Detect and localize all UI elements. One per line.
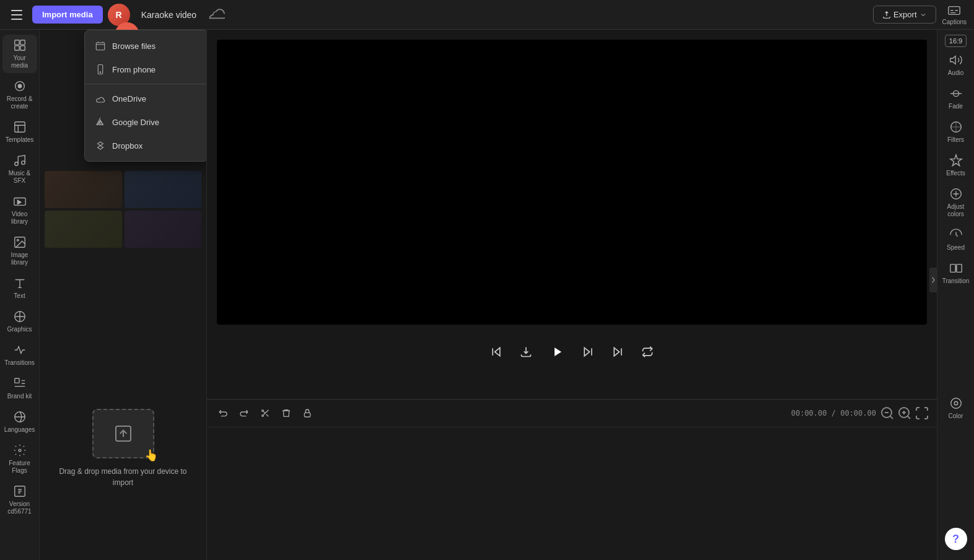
fade-icon bbox=[949, 87, 963, 100]
right-panel-color[interactable]: Color bbox=[939, 393, 973, 424]
audio-icon bbox=[949, 53, 963, 67]
panel-collapse-button[interactable] bbox=[206, 282, 207, 307]
undo-button[interactable] bbox=[214, 405, 232, 422]
center-area: 00:00.00 / 00:00.00 bbox=[207, 30, 937, 560]
menu-icon[interactable] bbox=[7, 5, 27, 25]
dropbox-label: Dropbox bbox=[112, 141, 143, 151]
svg-rect-8 bbox=[14, 122, 25, 133]
record-icon bbox=[13, 79, 27, 93]
drop-area: 👆 bbox=[92, 409, 154, 458]
cloud-icon[interactable] bbox=[208, 6, 225, 24]
sidebar-item-record-create[interactable]: Record & create bbox=[2, 76, 37, 114]
cut-button[interactable] bbox=[257, 405, 274, 422]
skip-back-button[interactable] bbox=[486, 342, 506, 362]
lock-button[interactable] bbox=[299, 405, 316, 422]
export-icon bbox=[882, 11, 891, 19]
onedrive-item[interactable]: OneDrive bbox=[85, 87, 207, 110]
zoom-in-button[interactable] bbox=[897, 406, 912, 421]
timeline: 00:00.00 / 00:00.00 bbox=[207, 399, 937, 560]
sidebar-item-your-media[interactable]: Your media bbox=[2, 35, 37, 73]
captions-label: Captions bbox=[942, 19, 967, 25]
drop-zone[interactable]: 👆 Drag & drop media from your device to … bbox=[40, 399, 206, 498]
transition-label: Transition bbox=[942, 278, 970, 285]
dropbox-item[interactable]: Dropbox bbox=[85, 134, 207, 157]
browse-files-icon bbox=[95, 40, 106, 51]
main-content: Your media Record & create Templates Mus… bbox=[0, 30, 974, 560]
text-label: Text bbox=[14, 292, 25, 300]
right-panel-speed[interactable]: Speed bbox=[939, 224, 973, 255]
karaoke-tab[interactable]: Karaoke video bbox=[135, 6, 203, 24]
right-panel-audio[interactable]: Audio bbox=[939, 50, 973, 81]
left-sidebar: Your media Record & create Templates Mus… bbox=[0, 30, 40, 560]
svg-rect-5 bbox=[20, 46, 24, 50]
timeline-zoom bbox=[880, 406, 929, 421]
sidebar-item-music-sfx[interactable]: Music & SFX bbox=[2, 150, 37, 188]
svg-point-7 bbox=[18, 84, 22, 88]
google-drive-item[interactable]: Google Drive bbox=[85, 110, 207, 134]
zoom-out-button[interactable] bbox=[880, 406, 895, 421]
audio-label: Audio bbox=[948, 69, 964, 77]
templates-icon bbox=[13, 120, 27, 134]
export-label: Export bbox=[893, 10, 917, 19]
avatar[interactable]: R bbox=[108, 4, 130, 26]
templates-label: Templates bbox=[6, 136, 34, 144]
fade-label: Fade bbox=[949, 103, 963, 110]
redo-button[interactable] bbox=[235, 405, 253, 422]
sidebar-item-transitions[interactable]: Transitions bbox=[2, 339, 37, 370]
svg-rect-19 bbox=[96, 43, 105, 50]
import-media-button[interactable]: Import media bbox=[32, 6, 103, 24]
play-button[interactable] bbox=[546, 341, 568, 363]
your-media-icon bbox=[13, 38, 27, 52]
right-panel-filters[interactable]: Filters bbox=[939, 116, 973, 147]
sidebar-item-version[interactable]: Version cd56771 bbox=[2, 481, 37, 519]
feature-flags-icon bbox=[13, 444, 27, 457]
brand-kit-icon bbox=[13, 377, 27, 390]
browse-files-label: Browse files bbox=[112, 42, 156, 51]
record-create-label: Record & create bbox=[5, 95, 35, 110]
sidebar-item-image-library[interactable]: Image library bbox=[2, 232, 37, 270]
svg-point-13 bbox=[17, 239, 19, 241]
music-sfx-label: Music & SFX bbox=[5, 170, 35, 185]
right-panel-effects[interactable]: Effects bbox=[939, 150, 973, 181]
sidebar-item-text[interactable]: Text bbox=[2, 273, 37, 304]
sidebar-item-templates[interactable]: Templates bbox=[2, 116, 37, 147]
thumbnail bbox=[45, 211, 122, 248]
drop-area-icon bbox=[113, 424, 133, 444]
sidebar-item-feature-flags[interactable]: Feature Flags bbox=[2, 440, 37, 478]
aspect-ratio-badge[interactable]: 16:9 bbox=[945, 35, 967, 47]
sidebar-item-video-library[interactable]: Video library bbox=[2, 191, 37, 229]
fit-button[interactable] bbox=[915, 406, 929, 421]
image-library-icon bbox=[13, 235, 27, 249]
captions-icon bbox=[947, 4, 961, 17]
delete-button[interactable] bbox=[278, 405, 295, 422]
right-panel-collapse-button[interactable] bbox=[929, 268, 937, 292]
right-panel-fade[interactable]: Fade bbox=[939, 83, 973, 114]
speed-icon bbox=[949, 228, 963, 242]
download-button[interactable] bbox=[516, 342, 536, 362]
loop-button[interactable] bbox=[638, 342, 657, 362]
right-panel-adjust-colors[interactable]: Adjust colors bbox=[939, 183, 973, 222]
cut-icon bbox=[260, 408, 270, 418]
forward-button[interactable] bbox=[578, 342, 598, 362]
zoom-in-icon bbox=[897, 406, 912, 421]
video-preview bbox=[217, 40, 927, 325]
fit-icon bbox=[915, 406, 929, 421]
right-panel-transition[interactable]: Transition bbox=[939, 258, 973, 289]
export-button[interactable]: Export bbox=[873, 6, 936, 24]
brand-kit-label: Brand kit bbox=[7, 393, 32, 400]
play-icon bbox=[550, 344, 564, 359]
browse-files-item[interactable]: Browse files bbox=[85, 34, 207, 58]
svg-rect-25 bbox=[304, 413, 310, 417]
svg-point-21 bbox=[100, 72, 101, 73]
skip-end-button[interactable] bbox=[608, 342, 628, 362]
svg-rect-32 bbox=[950, 265, 955, 273]
captions-button[interactable]: Captions bbox=[942, 4, 967, 25]
help-button[interactable]: ? bbox=[945, 528, 967, 550]
sidebar-item-brand-kit[interactable]: Brand kit bbox=[2, 373, 37, 404]
right-collapse-icon bbox=[931, 276, 936, 284]
sidebar-item-languages[interactable]: Languages bbox=[2, 406, 37, 437]
sidebar-item-graphics[interactable]: Graphics bbox=[2, 306, 37, 337]
svg-point-23 bbox=[262, 410, 264, 412]
skip-end-icon bbox=[612, 346, 624, 358]
from-phone-item[interactable]: From phone bbox=[85, 58, 207, 81]
